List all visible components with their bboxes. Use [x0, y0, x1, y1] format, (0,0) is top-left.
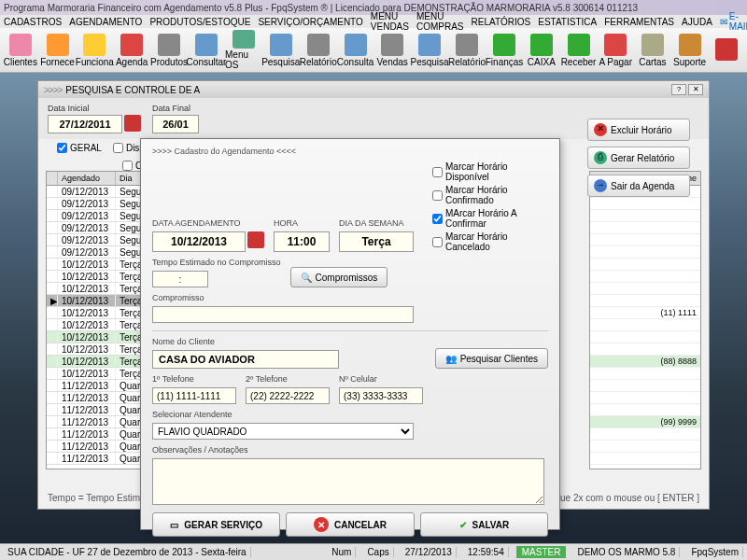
cadastro-agendamento-modal: >>>> Cadastro do Agendamento <<<< DATA A… [140, 138, 560, 530]
toolbar-pesquisa[interactable]: Pesquisa [262, 30, 300, 70]
toolbar-consultar[interactable]: Consultar [188, 30, 225, 70]
excluir-horario-button[interactable]: ✕Excluir Horário [587, 119, 690, 141]
toolbar-agenda[interactable]: Agenda [113, 30, 150, 70]
data-agend-input[interactable] [152, 231, 246, 252]
phone-cell[interactable] [590, 210, 700, 222]
chk-marcar-disponivel[interactable]: Marcar Horário Disponível [432, 161, 548, 182]
phone-cell[interactable] [590, 380, 700, 392]
cancelar-button[interactable]: ✕CANCELAR [286, 512, 414, 537]
status-caps: Caps [363, 547, 393, 557]
phone-cell[interactable] [590, 222, 700, 234]
phone-cell[interactable] [590, 319, 700, 331]
phone-cell[interactable]: (11) 1111 [590, 307, 700, 319]
phone-cell[interactable] [590, 259, 700, 271]
panel-title: PESQUISA E CONTROLE DE A [65, 85, 200, 95]
cel-label: Nº Celular [339, 374, 423, 384]
phone-cell[interactable] [590, 441, 700, 453]
toolbar-clientes[interactable]: Clientes [2, 30, 39, 70]
chk-geral[interactable]: GERAL [57, 143, 102, 153]
phone-cell[interactable] [590, 283, 700, 295]
toolbar-relatório[interactable]: Relatório [300, 30, 337, 70]
menu-agendamento[interactable]: AGENDAMENTO [69, 17, 142, 27]
toolbar-pesquisa[interactable]: Pesquisa [411, 30, 448, 70]
status-date: 27/12/2013 [402, 547, 457, 557]
menu-ferramentas[interactable]: FERRAMENTAS [604, 17, 674, 27]
toolbar-funciona[interactable]: Funciona [76, 30, 113, 70]
phone-cell[interactable]: (99) 9999 [590, 416, 700, 428]
phone-cell[interactable] [590, 453, 700, 465]
phone-cell[interactable] [590, 295, 700, 307]
toolbar-a pagar[interactable]: A Pagar [597, 30, 634, 70]
data-inicial-input[interactable] [48, 115, 122, 133]
chk-marcar-confirmado[interactable]: Marcar Horário Confirmado [432, 185, 548, 205]
toolbar-exit[interactable] [708, 30, 745, 70]
toolbar-receber[interactable]: Receber [560, 30, 598, 70]
data-agend-label: DATA AGENDAMENTO [152, 218, 264, 228]
toolbar-menu os[interactable]: Menu OS [225, 30, 262, 70]
hora-input[interactable] [274, 231, 330, 252]
menu-produtos[interactable]: PRODUTOS/ESTOQUE [149, 17, 250, 27]
phone-cell[interactable] [590, 234, 700, 246]
toolbar-caixa[interactable]: CAIXA [523, 30, 560, 70]
modal-title: >>>> Cadastro do Agendamento <<<< [152, 147, 548, 156]
toolbar-produtos[interactable]: Produtos [150, 30, 188, 70]
chk-marcar-aconfirmar[interactable]: MArcar Horário A Confirmar [432, 208, 548, 229]
menu-relatorios[interactable]: RELATÓRIOS [472, 17, 531, 27]
phone-grid[interactable]: Telefone (11) 1111(88) 8888(99) 9999 [589, 171, 701, 469]
calendar-icon[interactable] [247, 231, 264, 248]
col-agendado: Agendado [58, 172, 116, 185]
people-icon: 👥 [445, 354, 457, 364]
salvar-button[interactable]: ✔SALVAR [420, 512, 548, 537]
phone-cell[interactable] [590, 343, 700, 356]
phone-cell[interactable] [590, 246, 700, 259]
tempo-input[interactable] [152, 271, 208, 287]
menu-vendas[interactable]: MENU VENDAS [371, 11, 409, 32]
menu-servico[interactable]: SERVIÇO/ORÇAMENTO [258, 17, 362, 27]
phone-cell[interactable] [590, 404, 700, 416]
cancel-icon: ✕ [314, 517, 329, 532]
toolbar-fornece[interactable]: Fornece [39, 30, 77, 70]
observacoes-input[interactable] [152, 458, 544, 505]
toolbar-finanças[interactable]: Finanças [486, 30, 523, 70]
menu-ajuda[interactable]: AJUDA [682, 17, 712, 27]
gerar-relatorio-button[interactable]: ⎙Gerar Relatório [587, 147, 690, 169]
phone-cell[interactable] [590, 392, 700, 404]
menu-cadastros[interactable]: CADASTROS [4, 17, 62, 27]
toolbar-cartas[interactable]: Cartas [634, 30, 671, 70]
toolbar-consulta[interactable]: Consulta [337, 30, 374, 70]
compromissos-button[interactable]: 🔍Compromissos [290, 267, 388, 287]
pesquisar-clientes-button[interactable]: 👥Pesquisar Clientes [435, 348, 548, 369]
phone-cell[interactable]: (88) 8888 [590, 356, 700, 368]
toolbar-suporte[interactable]: Suporte [671, 30, 709, 70]
phone-cell[interactable] [590, 465, 700, 477]
tel2-input[interactable] [246, 387, 330, 404]
gerar-servico-button[interactable]: ▭GERAR SERVIÇO [152, 512, 280, 537]
toolbar-relatório[interactable]: Relatório [448, 30, 486, 70]
data-final-input[interactable] [152, 115, 199, 133]
email-link[interactable]: ✉ E-MAIL [720, 11, 747, 32]
compromisso-input[interactable] [152, 306, 414, 323]
tel1-input[interactable] [152, 387, 236, 404]
phone-cell[interactable] [590, 271, 700, 283]
calendar-icon[interactable] [124, 115, 141, 132]
data-final-label: Data Final [152, 104, 199, 113]
tel2-label: 2º Telefone [246, 374, 330, 384]
status-location: SUA CIDADE - UF 27 de Dezembro de 2013 -… [4, 547, 251, 557]
menu-compras[interactable]: MENU COMPRAS [416, 11, 464, 32]
phone-cell[interactable] [590, 198, 700, 210]
phone-cell[interactable] [590, 428, 700, 441]
help-icon[interactable]: ? [671, 84, 686, 95]
sair-agenda-button[interactable]: →Sair da Agenda [587, 175, 690, 197]
dia-label: DIA DA SEMANA [339, 218, 414, 228]
phone-cell[interactable] [590, 368, 700, 380]
cel-input[interactable] [339, 387, 423, 404]
atendente-select[interactable]: FLAVIO QUADRADO [152, 423, 414, 440]
nome-label: Nome do Cliente [152, 337, 339, 346]
chk-marcar-cancelado[interactable]: Marcar Horário Cancelado [432, 231, 548, 252]
menu-estatistica[interactable]: ESTATISTICA [538, 17, 597, 27]
nome-cliente-input[interactable] [152, 350, 339, 369]
close-icon[interactable]: ✕ [688, 84, 703, 95]
toolbar-vendas[interactable]: Vendas [374, 30, 411, 70]
phone-cell[interactable] [590, 331, 700, 343]
status-bar: SUA CIDADE - UF 27 de Dezembro de 2013 -… [0, 543, 747, 560]
